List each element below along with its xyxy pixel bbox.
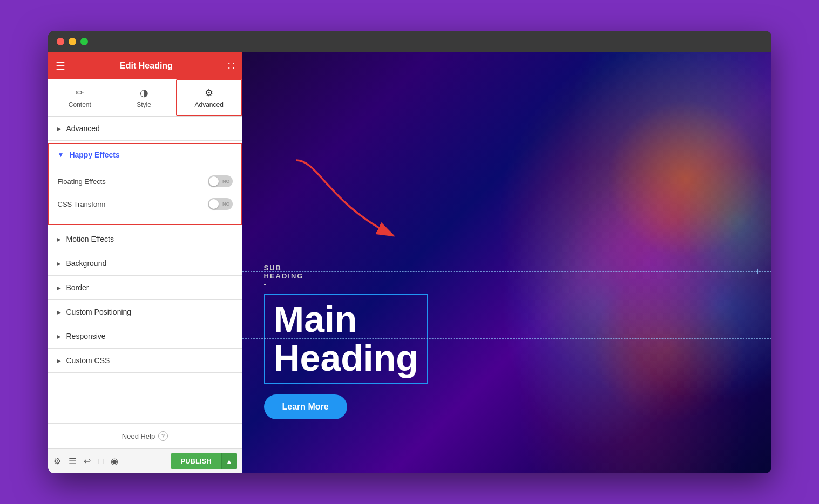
chevron-right-icon-bg: ▶ [57,261,61,267]
app-window: ☰ Edit Heading ∷ ✏ Content ◑ Style ⚙ Adv… [48,31,771,473]
minimize-button[interactable] [69,38,76,45]
chevron-right-icon-border: ▶ [57,285,61,291]
layers-toolbar-icon[interactable]: ☰ [69,456,76,466]
toggle-no-label-2: NO [222,201,230,207]
floating-effects-row: Floating Effects NO [58,170,233,193]
help-icon[interactable]: ? [158,431,168,441]
section-border-label: Border [66,283,89,292]
floating-effects-toggle[interactable]: NO [208,175,233,187]
section-background-header[interactable]: ▶ Background [48,251,242,275]
need-help-label: Need Help [122,432,155,440]
publish-button[interactable]: PUBLISH [171,453,221,469]
gear-icon: ⚙ [205,87,213,99]
chevron-right-icon-resp: ▶ [57,333,61,339]
grid-icon[interactable]: ∷ [228,59,235,72]
section-responsive-header[interactable]: ▶ Responsive [48,324,242,348]
titlebar [48,31,771,52]
chevron-right-icon: ▶ [57,126,61,132]
section-background-label: Background [66,259,107,268]
section-motion-effects-header[interactable]: ▶ Motion Effects [48,227,242,251]
tab-advanced-label: Advanced [194,101,223,108]
settings-toolbar-icon[interactable]: ⚙ [53,456,61,466]
main-canvas[interactable]: SUBHEADING- MainHeading Learn More + [242,52,771,473]
section-custom-positioning-label: Custom Positioning [66,308,132,316]
sidebar-toolbar: ⚙ ☰ ↩ □ ◉ PUBLISH ▲ [48,448,242,473]
chevron-right-icon-css: ▶ [57,358,61,364]
history-toolbar-icon[interactable]: ↩ [84,456,91,466]
window-content: ☰ Edit Heading ∷ ✏ Content ◑ Style ⚙ Adv… [48,52,771,473]
learn-more-button[interactable]: Learn More [264,394,347,419]
section-motion-effects: ▶ Motion Effects [48,227,242,251]
tab-style[interactable]: ◑ Style [112,79,176,116]
section-advanced: ▶ Advanced [48,117,242,141]
section-background: ▶ Background [48,251,242,276]
chevron-right-icon-pos: ▶ [57,309,61,315]
canvas-background: SUBHEADING- MainHeading Learn More + [242,52,771,473]
toggle-no-label: NO [222,179,230,184]
tab-advanced[interactable]: ⚙ Advanced [176,79,242,116]
sub-heading: SUBHEADING- [264,264,771,288]
tab-content-label: Content [69,101,91,108]
tab-content[interactable]: ✏ Content [48,79,112,116]
section-happy-effects-label: Happy Effects [69,151,119,159]
section-custom-css-label: Custom CSS [66,356,110,365]
css-transform-label: CSS Transform [58,200,106,208]
close-button[interactable] [57,38,64,45]
section-responsive: ▶ Responsive [48,324,242,349]
content-icon: ✏ [76,87,84,99]
section-border: ▶ Border [48,276,242,300]
hamburger-icon[interactable]: ☰ [56,59,65,72]
section-custom-positioning: ▶ Custom Positioning [48,300,242,324]
chevron-right-icon-motion: ▶ [57,236,61,242]
tab-style-label: Style [137,101,151,108]
section-custom-positioning-header[interactable]: ▶ Custom Positioning [48,300,242,324]
panel-title: Edit Heading [120,61,173,71]
css-transform-row: CSS Transform NO [58,193,233,215]
sidebar-header: ☰ Edit Heading ∷ [48,52,242,79]
chevron-down-icon: ▼ [58,151,64,159]
section-motion-effects-label: Motion Effects [66,235,114,243]
section-responsive-label: Responsive [66,332,106,340]
happy-effects-body: Floating Effects NO CSS Transform NO [49,166,241,224]
sidebar: ☰ Edit Heading ∷ ✏ Content ◑ Style ⚙ Adv… [48,52,242,473]
sidebar-footer: Need Help ? [48,423,242,448]
traffic-lights [57,38,88,45]
arrow-annotation [286,149,437,260]
main-heading-box[interactable]: MainHeading [264,294,428,384]
section-border-header[interactable]: ▶ Border [48,276,242,299]
responsive-toolbar-icon[interactable]: □ [98,457,104,466]
main-heading: MainHeading [274,300,418,377]
section-custom-css: ▶ Custom CSS [48,349,242,373]
sidebar-tabs: ✏ Content ◑ Style ⚙ Advanced [48,79,242,117]
toggle-knob-2 [209,199,219,209]
red-arrow-svg [286,149,437,257]
css-transform-toggle[interactable]: NO [208,198,233,210]
publish-dropdown-button[interactable]: ▲ [221,453,237,469]
style-icon: ◑ [140,87,148,99]
section-happy-effects: ▼ Happy Effects Floating Effects NO [48,143,242,225]
section-advanced-header[interactable]: ▶ Advanced [48,117,242,140]
floating-effects-label: Floating Effects [58,178,106,186]
section-custom-css-header[interactable]: ▶ Custom CSS [48,349,242,372]
sidebar-body: ▶ Advanced ▼ Happy Effects Floating Effe… [48,117,242,423]
preview-toolbar-icon[interactable]: ◉ [111,456,118,466]
canvas-content: SUBHEADING- MainHeading Learn More [264,264,771,419]
section-advanced-label: Advanced [66,124,100,133]
toggle-knob [209,176,219,186]
maximize-button[interactable] [80,38,88,45]
publish-button-group: PUBLISH ▲ [171,453,237,469]
section-happy-effects-header[interactable]: ▼ Happy Effects [49,144,241,166]
